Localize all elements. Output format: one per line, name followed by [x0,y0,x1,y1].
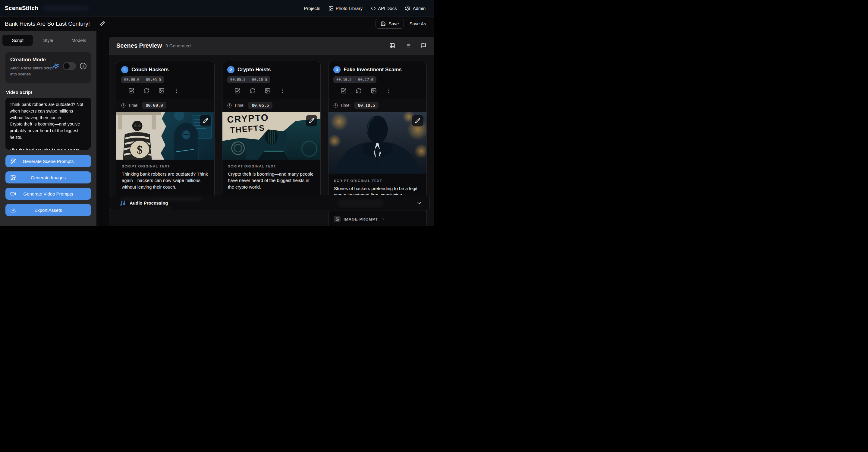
scene-image-icon[interactable] [158,88,164,94]
time-label: Time: [234,103,244,108]
nav-photo-library-label: Photo Library [336,6,363,11]
scene-image-1[interactable]: $ [116,112,214,160]
tab-script[interactable]: Script [2,35,33,46]
scene-image-3[interactable] [329,112,427,174]
project-title-bar: Bank Heists Are So Last Century! Save Sa… [0,17,434,31]
creation-mode-controls [53,62,87,70]
list-view-icon[interactable] [405,43,411,49]
grid-view-icon[interactable] [390,43,395,49]
script-original-text: Crypto theft is booming—and many people … [228,171,315,190]
pencil-icon [99,21,105,27]
image-prompt-row[interactable]: IMAGE PROMPT [334,216,421,222]
pencil-icon [309,118,314,123]
svg-text:$: $ [137,143,143,156]
tab-models[interactable]: Models [64,35,94,46]
nav-api-docs[interactable]: API Docs [371,6,397,11]
save-button-label: Save [389,21,399,26]
title-bar-actions: Save Save As... [375,19,430,29]
clock-icon [121,103,126,108]
scene-time-range: 00:05.5 - 00:10.5 [227,76,270,83]
creation-mode-card: Creation Mode Auto: Parse entire script … [5,52,91,83]
save-button[interactable]: Save [375,19,404,29]
edit-image-button[interactable] [412,115,424,126]
scene-image-icon[interactable] [371,88,377,94]
pencil-icon [203,118,208,123]
generate-scene-prompts-button[interactable]: Generate Scene Prompts [5,155,91,167]
image-prompt-icon [334,216,341,222]
scene-number-badge: 1 [121,66,128,73]
sidebar-actions: Generate Scene Prompts Generate Images G… [5,155,91,216]
more-options-icon[interactable] [386,88,392,94]
flag-icon[interactable] [421,43,427,49]
regenerate-icon[interactable] [144,88,150,94]
scenes-preview-title: Scenes Preview [116,42,162,49]
time-value[interactable]: 00:00.0 [142,102,166,109]
creation-mode-subtitle: Auto: Parse entire script into scenes [10,65,56,77]
creation-mode-toggle[interactable] [63,62,76,70]
chevron-right-icon [381,217,385,221]
audio-processing-panel[interactable]: Audio Processing [109,195,430,211]
pencil-icon [415,118,421,123]
photo-library-icon [329,6,334,11]
gear-icon [405,5,410,11]
scenes-panel-header: Scenes Preview 9 Generated [109,37,434,55]
top-nav-items: Projects Photo Library API Docs Admin [304,5,426,11]
svg-text:CRYPTO: CRYPTO [227,112,269,125]
scene-time-range: 00:00.0 - 00:05.5 [121,76,164,83]
scenes-panel: Scenes Preview 9 Generated 1 Couch Hacke… [109,37,434,226]
generate-images-button[interactable]: Generate Images [5,171,91,183]
more-options-icon[interactable] [280,88,286,94]
export-assets-label: Export Assets [34,207,62,213]
time-value[interactable]: 00:05.5 [248,102,273,109]
toggle-knob [64,63,70,69]
nav-api-docs-label: API Docs [378,6,397,11]
scene-title: Crypto Heists [238,67,271,73]
edit-image-button[interactable] [306,115,317,126]
image-prompt-label: IMAGE PROMPT [344,217,378,222]
script-original-text-label: SCRIPT ORIGINAL TEXT [228,165,315,168]
sidebar: Script Style Models Creation Mode Auto: … [0,31,96,226]
clock-icon [333,103,338,108]
regenerate-icon[interactable] [355,88,362,94]
chevron-down-icon[interactable] [416,200,422,206]
scene-time-row: Time: 00:10.5 [329,99,427,112]
nav-admin-label: Admin [412,6,426,11]
scene-image-2[interactable]: CRYPTO THEFTS [222,112,320,160]
time-value[interactable]: 00:10.5 [354,102,378,109]
regenerate-icon[interactable] [250,88,255,94]
download-icon [10,207,16,213]
app-window: SceneStitch Projects Photo Library API D… [0,0,434,226]
nav-admin[interactable]: Admin [405,5,426,11]
generate-video-prompts-button[interactable]: Generate Video Prompts [5,188,91,200]
scene-number-badge: 3 [333,66,341,73]
edit-title-button[interactable] [99,21,105,27]
nav-projects-label: Projects [304,6,320,11]
save-as-button[interactable]: Save As... [409,21,430,26]
sidebar-tabs: Script Style Models [2,35,94,46]
brand-logo: SceneStitch [5,5,38,11]
edit-scene-icon[interactable] [128,88,134,94]
blurred-content [338,199,383,207]
video-camera-icon [10,191,16,197]
nav-projects[interactable]: Projects [304,6,320,11]
generated-count-badge: 9 Generated [165,43,190,48]
video-script-input[interactable]: Think bank robbers are outdated? Not whe… [5,98,91,150]
project-title: Bank Heists Are So Last Century! [5,21,90,27]
image-download-icon [10,175,16,180]
music-note-icon [119,200,125,206]
magic-wand-icon [10,159,16,164]
tab-style[interactable]: Style [33,35,63,46]
scene-image-icon[interactable] [265,88,271,94]
generate-images-label: Generate Images [31,175,66,180]
scene-card-2: 2 Crypto Heists 00:05.5 - 00:10.5 Time: … [222,61,321,207]
export-assets-button[interactable]: Export Assets [5,204,91,216]
edit-scene-icon[interactable] [235,88,241,94]
script-original-text: Thinking bank robbers are outdated? Thin… [122,171,209,190]
redacted-nav-text [44,5,89,11]
edit-image-button[interactable] [200,115,211,126]
nav-photo-library[interactable]: Photo Library [329,6,363,11]
more-options-icon[interactable] [174,88,180,94]
script-original-text-label: SCRIPT ORIGINAL TEXT [122,165,209,168]
add-scene-button[interactable] [80,62,87,70]
edit-scene-icon[interactable] [341,88,347,94]
